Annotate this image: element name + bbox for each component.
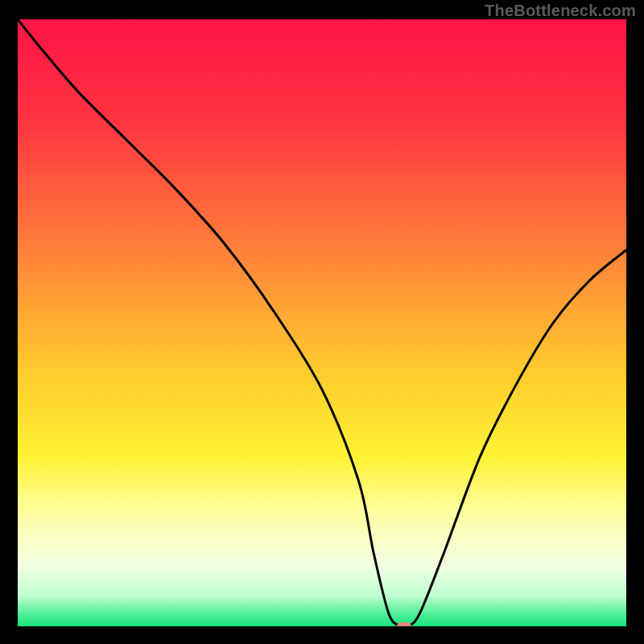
bottleneck-curve xyxy=(18,19,626,626)
plot-area xyxy=(18,19,626,626)
chart-container: TheBottleneck.com xyxy=(0,0,644,644)
curve-path xyxy=(18,19,626,626)
watermark-text: TheBottleneck.com xyxy=(485,2,636,20)
optimal-point-marker xyxy=(397,622,411,626)
